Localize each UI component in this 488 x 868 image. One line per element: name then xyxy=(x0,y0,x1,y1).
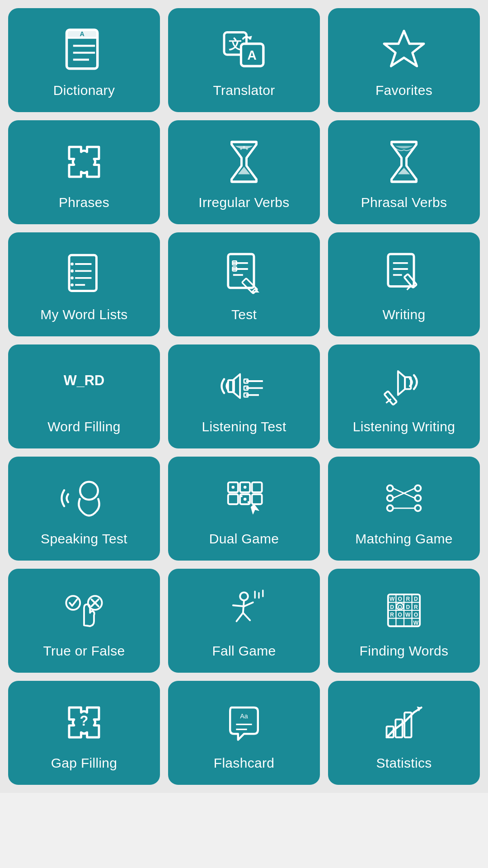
tile-listening-test[interactable]: Listening Test xyxy=(168,344,320,448)
fall-game-label: Fall Game xyxy=(212,643,276,659)
svg-text:O: O xyxy=(398,604,402,610)
svg-point-72 xyxy=(387,505,393,511)
svg-text:D: D xyxy=(390,604,394,610)
tile-writing[interactable]: Writing xyxy=(328,232,480,336)
svg-text:W: W xyxy=(389,596,395,602)
my-word-lists-icon xyxy=(59,249,109,299)
svg-point-59 xyxy=(232,486,235,489)
finding-words-icon: W O R D D O D R R O W O W xyxy=(379,585,429,635)
word-filling-label: Word Filling xyxy=(47,419,120,434)
tile-my-word-lists[interactable]: My Word Lists xyxy=(8,232,160,336)
svg-point-29 xyxy=(70,283,74,287)
tile-favorites[interactable]: Favorites xyxy=(328,8,480,112)
app-grid: A Dictionary 文 A Translator Favorites xyxy=(0,0,488,793)
tile-statistics[interactable]: Statistics xyxy=(328,681,480,785)
tile-dual-game[interactable]: Dual Game xyxy=(168,457,320,561)
listening-test-icon xyxy=(219,361,269,411)
tile-word-filling[interactable]: W_RD Word Filling xyxy=(8,344,160,448)
svg-rect-68 xyxy=(252,494,262,504)
svg-text:W: W xyxy=(413,620,419,626)
svg-text:R: R xyxy=(390,612,394,618)
svg-point-75 xyxy=(415,505,421,511)
svg-text:O: O xyxy=(398,596,402,602)
svg-point-79 xyxy=(66,596,80,610)
dual-game-icon xyxy=(219,473,269,523)
dictionary-label: Dictionary xyxy=(53,83,115,98)
svg-text:R: R xyxy=(406,596,410,602)
test-icon xyxy=(219,249,269,299)
flashcard-icon: Aa xyxy=(219,698,269,747)
svg-text:?: ? xyxy=(80,713,89,729)
tile-translator[interactable]: 文 A Translator xyxy=(168,8,320,112)
writing-icon xyxy=(379,249,429,299)
svg-point-71 xyxy=(387,495,393,501)
svg-rect-62 xyxy=(252,482,262,492)
statistics-label: Statistics xyxy=(376,755,432,771)
test-label: Test xyxy=(231,307,257,322)
tile-matching-game[interactable]: Matching Game xyxy=(328,457,480,561)
favorites-icon xyxy=(379,25,429,75)
fall-game-icon xyxy=(219,585,269,635)
svg-text:O: O xyxy=(398,612,402,618)
svg-line-86 xyxy=(244,602,253,606)
tile-finding-words[interactable]: W O R D D O D R R O W O W Finding Words xyxy=(328,569,480,673)
svg-marker-53 xyxy=(398,371,405,395)
tile-speaking-test[interactable]: Speaking Test xyxy=(8,457,160,561)
matching-game-label: Matching Game xyxy=(355,531,453,547)
tile-phrases[interactable]: Phrases xyxy=(8,120,160,224)
svg-line-85 xyxy=(233,605,244,606)
svg-marker-13 xyxy=(384,31,424,66)
speaking-test-label: Speaking Test xyxy=(41,531,127,547)
svg-text:R: R xyxy=(414,604,418,610)
tile-phrasal-verbs[interactable]: Phrasal Verbs xyxy=(328,120,480,224)
tile-test[interactable]: Test xyxy=(168,232,320,336)
phrases-label: Phrases xyxy=(59,195,109,210)
gap-filling-label: Gap Filling xyxy=(51,755,117,771)
svg-text:文: 文 xyxy=(229,37,242,52)
svg-point-65 xyxy=(244,498,247,501)
tile-irregular-verbs[interactable]: Irregular Verbs xyxy=(168,120,320,224)
svg-point-16 xyxy=(240,148,242,150)
svg-rect-63 xyxy=(228,494,238,504)
phrases-icon xyxy=(59,137,109,187)
svg-point-73 xyxy=(415,485,421,491)
flashcard-label: Flashcard xyxy=(214,755,274,771)
tile-listening-writing[interactable]: Listening Writing xyxy=(328,344,480,448)
svg-point-66 xyxy=(240,495,242,497)
svg-point-74 xyxy=(415,495,421,501)
true-or-false-label: True or False xyxy=(43,643,125,659)
svg-rect-38 xyxy=(388,254,414,287)
speaking-test-icon xyxy=(59,473,109,523)
svg-text:D: D xyxy=(414,596,418,602)
svg-text:Aa: Aa xyxy=(240,712,248,720)
svg-text:W_RD: W_RD xyxy=(64,373,105,388)
phrasal-verbs-label: Phrasal Verbs xyxy=(361,195,447,210)
tile-dictionary[interactable]: A Dictionary xyxy=(8,8,160,112)
dual-game-label: Dual Game xyxy=(209,531,279,547)
listening-test-label: Listening Test xyxy=(202,419,286,434)
svg-point-27 xyxy=(70,269,74,273)
writing-label: Writing xyxy=(383,307,426,322)
my-word-lists-label: My Word Lists xyxy=(40,307,127,322)
true-or-false-icon xyxy=(59,585,109,635)
finding-words-label: Finding Words xyxy=(360,643,449,659)
word-filling-icon: W_RD xyxy=(59,361,109,411)
svg-point-61 xyxy=(244,486,247,489)
svg-text:A: A xyxy=(80,30,84,38)
statistics-icon xyxy=(379,698,429,747)
svg-point-18 xyxy=(246,148,248,150)
tile-gap-filling[interactable]: ? Gap Filling xyxy=(8,681,160,785)
svg-point-57 xyxy=(80,482,98,500)
svg-point-67 xyxy=(248,501,249,503)
listening-writing-label: Listening Writing xyxy=(353,419,455,434)
tile-fall-game[interactable]: Fall Game xyxy=(168,569,320,673)
tile-flashcard[interactable]: Aa Flashcard xyxy=(168,681,320,785)
svg-point-70 xyxy=(387,485,393,491)
svg-point-26 xyxy=(70,263,74,266)
svg-text:D: D xyxy=(406,604,410,610)
translator-icon: 文 A xyxy=(219,25,269,75)
svg-text:W: W xyxy=(405,612,411,618)
tile-true-or-false[interactable]: True or False xyxy=(8,569,160,673)
svg-line-88 xyxy=(243,613,250,621)
listening-writing-icon xyxy=(379,361,429,411)
